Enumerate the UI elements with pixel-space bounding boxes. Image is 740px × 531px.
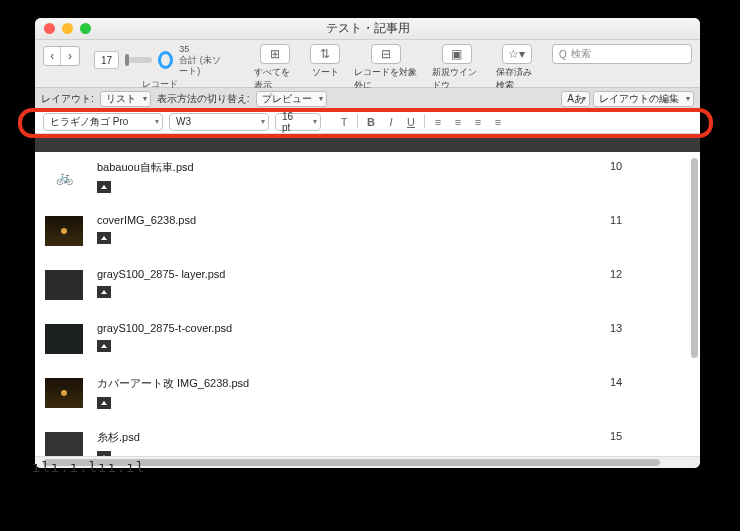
underline-icon[interactable]: U: [402, 114, 420, 130]
thumbnail: [45, 216, 83, 246]
row-main: babauou自転車.psd: [97, 160, 596, 193]
image-badge-icon: [97, 286, 111, 298]
show-all-button[interactable]: ⊞ すべてを表示: [254, 44, 296, 92]
image-badge-icon: [97, 232, 111, 244]
filename: カバーアート改 IMG_6238.psd: [97, 376, 596, 391]
format-icons: T B I U ≡ ≡ ≡ ≡: [335, 114, 507, 130]
record-stats: 35 合計 (未ソート): [179, 44, 226, 76]
layout-toolbar: レイアウト: リスト 表示方法の切り替え: プレビュー Aあ レイアウトの編集: [35, 88, 700, 110]
row-main: 糸杉.psd: [97, 430, 596, 456]
header-divider: [35, 134, 700, 152]
image-badge-icon: [97, 340, 111, 352]
row-number: 15: [610, 430, 690, 442]
window-title: テスト・記事用: [35, 20, 700, 37]
sort-button[interactable]: ⇅ ソート: [310, 44, 340, 79]
pie-icon[interactable]: [158, 51, 173, 69]
new-window-icon: ▣: [442, 44, 472, 64]
record-slider[interactable]: [125, 57, 152, 63]
titlebar: テスト・記事用: [35, 18, 700, 40]
saved-search-button[interactable]: ☆▾ 保存済み検索: [496, 44, 538, 92]
align-justify-icon[interactable]: ≡: [489, 114, 507, 130]
filename: coverIMG_6238.psd: [97, 214, 596, 226]
row-main: grayS100_2875- layer.psd: [97, 268, 596, 298]
record-group: 17 35 合計 (未ソート) レコード: [94, 44, 226, 91]
new-window-button[interactable]: ▣ 新規ウインドウ: [432, 44, 482, 92]
back-button[interactable]: ‹: [44, 47, 61, 65]
row-number: 14: [610, 376, 690, 388]
align-center-icon[interactable]: ≡: [449, 114, 467, 130]
filename: 糸杉.psd: [97, 430, 596, 445]
decoration-marks: ılı.ı.lıı.ıl: [32, 459, 145, 475]
sort-icon: ⇅: [310, 44, 340, 64]
preview-select[interactable]: プレビュー: [256, 91, 327, 107]
forward-button[interactable]: ›: [61, 47, 78, 65]
bold-icon[interactable]: B: [362, 114, 380, 130]
thumbnail: [45, 324, 83, 354]
align-left-icon[interactable]: ≡: [429, 114, 447, 130]
table-row[interactable]: grayS100_2875-t-cover.psd13: [35, 314, 700, 368]
main-toolbar: ‹ › 17 35 合計 (未ソート) レコード ⊞ すべてを表示 ⇅ ソート: [35, 40, 700, 88]
format-bar: ヒラギノ角ゴ Pro W3 16 pt T B I U ≡ ≡ ≡ ≡: [35, 110, 700, 134]
record-status: 合計 (未ソート): [179, 55, 226, 77]
row-number: 10: [610, 160, 690, 172]
thumbnail: 🚲: [45, 162, 83, 192]
table-row[interactable]: 🚲babauou自転車.psd10: [35, 152, 700, 206]
italic-icon[interactable]: I: [382, 114, 400, 130]
search-icon: Q: [559, 49, 567, 60]
filename: grayS100_2875-t-cover.psd: [97, 322, 596, 334]
exclude-icon: ⊟: [371, 44, 401, 64]
row-main: coverIMG_6238.psd: [97, 214, 596, 244]
filename: grayS100_2875- layer.psd: [97, 268, 596, 280]
app-window: テスト・記事用 ‹ › 17 35 合計 (未ソート) レコード ⊞ すべてを表…: [35, 18, 700, 468]
search-placeholder: 検索: [571, 47, 591, 61]
text-size-toggle[interactable]: Aあ: [561, 91, 590, 107]
layout-label: レイアウト:: [41, 92, 94, 106]
filename: babauou自転車.psd: [97, 160, 596, 175]
record-number-field[interactable]: 17: [94, 51, 120, 69]
image-badge-icon: [97, 181, 111, 193]
exclude-button[interactable]: ⊟ レコードを対象外に: [354, 44, 418, 92]
star-icon: ☆▾: [502, 44, 532, 64]
font-select[interactable]: ヒラギノ角ゴ Pro: [43, 113, 163, 131]
size-select[interactable]: 16 pt: [275, 113, 321, 131]
table-row[interactable]: grayS100_2875- layer.psd12: [35, 260, 700, 314]
vertical-scrollbar[interactable]: [691, 158, 698, 358]
image-badge-icon: [97, 397, 111, 409]
search-input[interactable]: Q 検索: [552, 44, 692, 64]
layout-select[interactable]: リスト: [100, 91, 151, 107]
record-total: 35: [179, 44, 226, 55]
nav-buttons: ‹ ›: [43, 46, 80, 66]
edit-layout-button[interactable]: レイアウトの編集: [593, 91, 694, 107]
table-row[interactable]: 糸杉.psd15: [35, 422, 700, 456]
row-main: grayS100_2875-t-cover.psd: [97, 322, 596, 352]
table-row[interactable]: coverIMG_6238.psd11: [35, 206, 700, 260]
view-label: 表示方法の切り替え:: [157, 92, 250, 106]
record-list[interactable]: 🚲babauou自転車.psd10coverIMG_6238.psd11gray…: [35, 152, 700, 456]
align-right-icon[interactable]: ≡: [469, 114, 487, 130]
weight-select[interactable]: W3: [169, 113, 269, 131]
show-all-icon: ⊞: [260, 44, 290, 64]
table-row[interactable]: カバーアート改 IMG_6238.psd14: [35, 368, 700, 422]
row-number: 13: [610, 322, 690, 334]
row-main: カバーアート改 IMG_6238.psd: [97, 376, 596, 409]
thumbnail: [45, 432, 83, 456]
thumbnail: [45, 378, 83, 408]
row-number: 11: [610, 214, 690, 226]
thumbnail: [45, 270, 83, 300]
row-number: 12: [610, 268, 690, 280]
text-color-icon[interactable]: T: [335, 114, 353, 130]
